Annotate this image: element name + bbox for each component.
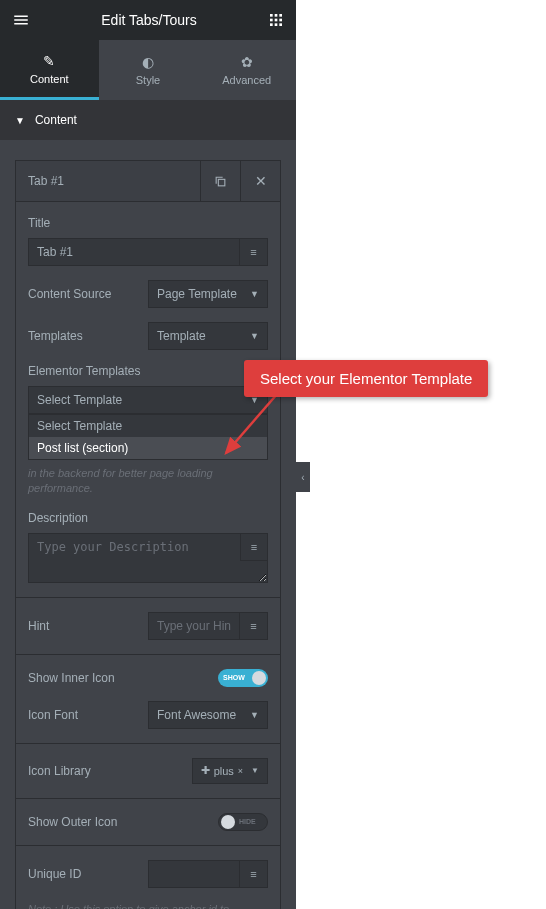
- icon-font-label: Icon Font: [28, 708, 138, 722]
- svg-rect-8: [279, 23, 282, 26]
- database-icon: ≡: [251, 541, 257, 553]
- title-input[interactable]: [28, 238, 240, 266]
- title-label: Title: [28, 216, 268, 230]
- toggle-label: SHOW: [223, 674, 245, 681]
- tab-content[interactable]: ✎ Content: [0, 40, 99, 100]
- repeater-item-title: Tab #1: [16, 174, 200, 188]
- divider: [16, 845, 280, 846]
- icon-lib-value: plus: [214, 765, 234, 777]
- svg-rect-7: [275, 23, 278, 26]
- menu-icon[interactable]: [12, 11, 30, 29]
- svg-rect-5: [279, 19, 282, 22]
- tab-label: Content: [30, 73, 69, 85]
- content-source-label: Content Source: [28, 287, 138, 301]
- select-value: Page Template: [157, 287, 237, 301]
- repeater-item-header[interactable]: Tab #1 ✕: [16, 161, 280, 201]
- dynamic-button[interactable]: ≡: [240, 860, 268, 888]
- show-outer-label: Show Outer Icon: [28, 815, 208, 829]
- unique-id-label: Unique ID: [28, 867, 138, 881]
- show-inner-toggle[interactable]: SHOW: [218, 669, 268, 687]
- main-tabs: ✎ Content ◐ Style ✿ Advanced: [0, 40, 296, 100]
- tab-label: Style: [136, 74, 160, 86]
- dynamic-button[interactable]: ≡: [240, 533, 268, 561]
- divider: [16, 743, 280, 744]
- remove-button[interactable]: ✕: [240, 161, 280, 201]
- unique-id-input[interactable]: [148, 860, 240, 888]
- tab-advanced[interactable]: ✿ Advanced: [197, 40, 296, 100]
- description-input[interactable]: [28, 533, 268, 583]
- svg-rect-1: [275, 14, 278, 17]
- show-inner-label: Show Inner Icon: [28, 671, 208, 685]
- templates-label: Templates: [28, 329, 138, 343]
- dynamic-button[interactable]: ≡: [240, 612, 268, 640]
- dropdown-option[interactable]: Post list (section): [29, 437, 267, 459]
- collapse-panel-handle[interactable]: ‹: [296, 462, 310, 492]
- database-icon: ≡: [250, 868, 256, 880]
- section-title: Content: [35, 113, 77, 127]
- pencil-icon: ✎: [43, 53, 55, 69]
- header-title: Edit Tabs/Tours: [30, 12, 268, 28]
- svg-rect-2: [279, 14, 282, 17]
- caret-down-icon: ▼: [15, 115, 25, 126]
- panel-header: Edit Tabs/Tours: [0, 0, 296, 40]
- tab-style[interactable]: ◐ Style: [99, 40, 198, 100]
- plus-icon: ✚: [201, 764, 210, 777]
- el-templates-dropdown: Select Template Post list (section): [28, 414, 268, 460]
- el-templates-select[interactable]: Select Template ▼: [28, 386, 268, 414]
- toggle-label: HIDE: [239, 818, 256, 825]
- el-templates-label: Elementor Templates: [28, 364, 268, 378]
- svg-rect-0: [270, 14, 273, 17]
- chevron-down-icon: ▼: [250, 331, 259, 341]
- divider: [16, 654, 280, 655]
- dropdown-option[interactable]: Select Template: [29, 415, 267, 437]
- select-value: Font Awesome: [157, 708, 236, 722]
- icon-font-select[interactable]: Font Awesome ▼: [148, 701, 268, 729]
- content-source-select[interactable]: Page Template ▼: [148, 280, 268, 308]
- svg-rect-3: [270, 19, 273, 22]
- section-content-header[interactable]: ▼ Content: [0, 100, 296, 140]
- note-text: in the backend for better page loading p…: [28, 466, 268, 497]
- copy-icon: [214, 175, 227, 188]
- select-value: Template: [157, 329, 206, 343]
- database-icon: ≡: [250, 620, 256, 632]
- chevron-down-icon: ▼: [250, 289, 259, 299]
- description-label: Description: [28, 511, 268, 525]
- templates-select[interactable]: Template ▼: [148, 322, 268, 350]
- dynamic-button[interactable]: ≡: [240, 238, 268, 266]
- divider: [16, 597, 280, 598]
- hint-label: Hint: [28, 619, 138, 633]
- toggle-knob: [221, 815, 235, 829]
- icon-library-label: Icon Library: [28, 764, 182, 778]
- tab-label: Advanced: [222, 74, 271, 86]
- contrast-icon: ◐: [142, 54, 154, 70]
- unique-id-note: Note : Use this option to give anchor id…: [28, 902, 268, 909]
- svg-rect-4: [275, 19, 278, 22]
- svg-rect-6: [270, 23, 273, 26]
- chevron-down-icon: ▼: [250, 710, 259, 720]
- apps-icon[interactable]: [268, 12, 284, 28]
- hint-input[interactable]: [148, 612, 240, 640]
- close-icon: ×: [238, 766, 243, 776]
- icon-library-button[interactable]: ✚ plus × ▼: [192, 758, 268, 784]
- duplicate-button[interactable]: [200, 161, 240, 201]
- select-value: Select Template: [37, 393, 122, 407]
- database-icon: ≡: [250, 246, 256, 258]
- tooltip-callout: Select your Elementor Template: [244, 360, 488, 397]
- toggle-knob: [252, 671, 266, 685]
- chevron-left-icon: ‹: [301, 472, 304, 483]
- svg-rect-9: [218, 179, 225, 186]
- show-outer-toggle[interactable]: HIDE: [218, 813, 268, 831]
- chevron-down-icon: ▼: [251, 766, 259, 775]
- close-icon: ✕: [255, 173, 267, 189]
- gear-icon: ✿: [241, 54, 253, 70]
- divider: [16, 798, 280, 799]
